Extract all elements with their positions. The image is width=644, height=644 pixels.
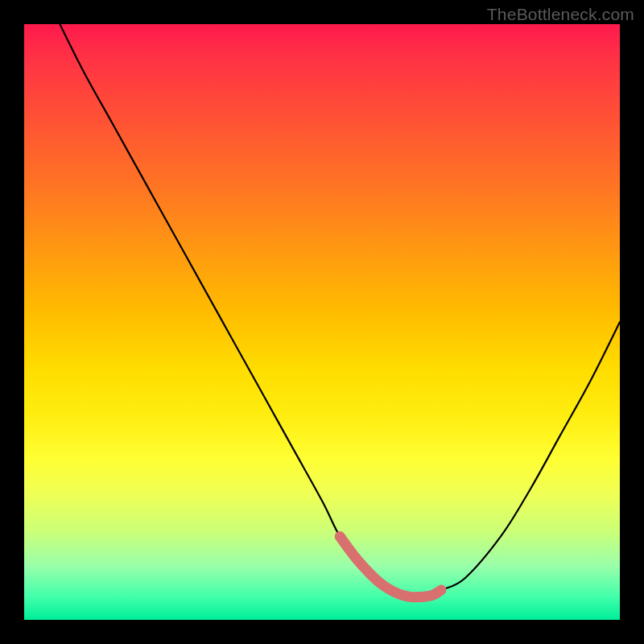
bottleneck-flat-highlight xyxy=(340,536,441,597)
watermark-text: TheBottleneck.com xyxy=(487,5,634,24)
curve-layer xyxy=(24,24,620,620)
bottleneck-curve xyxy=(60,24,620,597)
bottleneck-gradient-plot xyxy=(24,24,620,620)
